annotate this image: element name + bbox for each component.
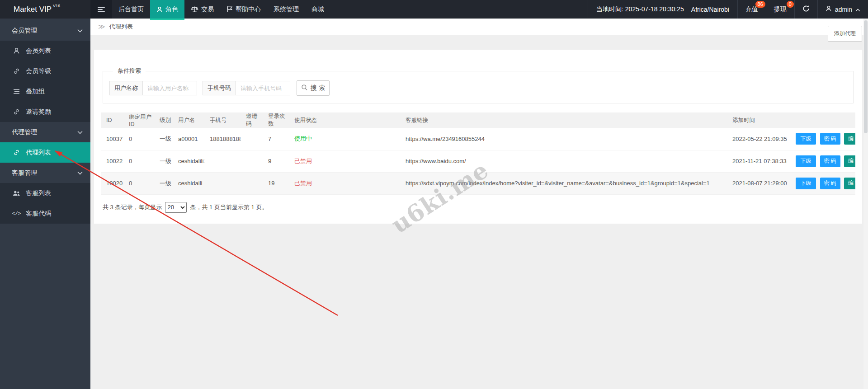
table-header-row: ID 绑定用户ID 级别 用户名 手机号 邀请码 登录次数 使用状态 客服链接 …	[101, 112, 855, 128]
page-title: 代理列表	[109, 23, 133, 31]
nav-item-dashboard[interactable]: 后台首页	[112, 0, 150, 19]
navbar-right: 当地时间: 2025-07-18 20:30:25 Africa/Nairobi…	[588, 0, 868, 19]
col-id: ID	[101, 112, 123, 128]
cell-level: 一级	[154, 128, 173, 150]
pagination: 共 3 条记录，每页显示 20 条，共 1 页当前显示第 1 页。	[103, 202, 854, 213]
sidebar-item-service-list[interactable]: 客服列表	[0, 183, 90, 203]
table-row: 10020 0 一级 ceshidaili 19 已禁用 https://sdx…	[101, 172, 855, 194]
agent-list-card: 条件搜索 用户名称 手机号码 搜 索	[94, 50, 862, 224]
sidebar-item-member-list[interactable]: 会员列表	[0, 41, 90, 61]
col-service-link: 客服链接	[400, 112, 727, 128]
col-login-count: 登录次数	[263, 112, 289, 128]
cell-level: 一级	[154, 150, 173, 172]
cell-id: 10022	[101, 150, 123, 172]
code-icon: </>	[12, 211, 21, 216]
cell-phone	[204, 150, 241, 172]
sidebar-group-agent-management[interactable]: 代理管理	[0, 122, 90, 142]
cell-bind-user-id: 0	[123, 150, 154, 172]
person-icon	[156, 6, 163, 13]
withdraw-button[interactable]: 提现 0	[766, 0, 794, 19]
cell-bind-user-id: 0	[123, 128, 154, 150]
password-button[interactable]: 密 码	[820, 178, 840, 189]
username-input[interactable]	[143, 81, 197, 95]
refresh-button[interactable]	[794, 0, 817, 19]
person-icon	[12, 47, 21, 54]
cell-level: 一级	[154, 172, 173, 194]
local-time: 当地时间: 2025-07-18 20:30:25 Africa/Nairobi	[588, 0, 737, 19]
cell-status: 使用中	[289, 128, 400, 150]
username-field-group: 用户名称	[109, 81, 197, 95]
cell-login-count: 7	[263, 128, 289, 150]
col-actions	[790, 112, 855, 128]
breadcrumb: ≫ 代理列表	[90, 19, 868, 35]
app-logo: Market VIP V16	[0, 0, 90, 19]
cell-username: ceshidalili2	[173, 150, 204, 172]
cell-actions: 下级 密 码 编 辑	[790, 172, 855, 194]
search-fieldset: 条件搜索 用户名称 手机号码 搜 索	[103, 67, 854, 103]
cell-bind-user-id: 0	[123, 172, 154, 194]
link-icon	[12, 149, 21, 156]
sidebar-item-agent-list[interactable]: 代理列表	[0, 142, 90, 163]
scrollbar[interactable]	[863, 19, 868, 389]
edit-button[interactable]: 编 辑	[844, 178, 855, 189]
sidebar-group-service-management[interactable]: 客服管理	[0, 163, 90, 183]
sub-agents-button[interactable]: 下级	[796, 133, 816, 145]
scales-icon	[191, 6, 198, 13]
chevron-down-icon	[77, 171, 83, 175]
list-icon	[12, 89, 21, 94]
add-agent-button[interactable]: 添加代理	[828, 26, 862, 42]
cell-status: 已禁用	[289, 150, 400, 172]
cell-actions: 下级 密 码 编 辑	[790, 150, 855, 172]
cell-username: a00001	[173, 128, 204, 150]
hamburger-icon	[98, 6, 105, 13]
cell-invite-code	[241, 128, 263, 150]
password-button[interactable]: 密 码	[820, 133, 840, 145]
sidebar-item-stack-group[interactable]: 叠加组	[0, 81, 90, 102]
status-badge: 已禁用	[294, 158, 312, 164]
recharge-badge: 86	[755, 1, 765, 8]
cell-service-link: https://sdxt.vipoym.com/index/index/home…	[400, 172, 727, 194]
sidebar-item-invite-reward[interactable]: 邀请奖励	[0, 102, 90, 122]
recharge-button[interactable]: 充值 86	[737, 0, 766, 19]
sub-agents-button[interactable]: 下级	[796, 155, 816, 167]
pagination-suffix: 条，共 1 页当前显示第 1 页。	[190, 203, 268, 211]
password-button[interactable]: 密 码	[820, 155, 840, 167]
cell-login-count: 9	[263, 150, 289, 172]
edit-button[interactable]: 编 辑	[844, 155, 855, 167]
link-icon	[12, 108, 21, 115]
page-size-select[interactable]: 20	[165, 202, 187, 213]
nav-item-system[interactable]: 系统管理	[267, 0, 305, 19]
phone-field-label: 手机号码	[203, 81, 236, 95]
cell-added-time: 2021-11-21 07:38:33	[727, 150, 790, 172]
nav-item-trade[interactable]: 交易	[184, 0, 220, 19]
col-phone: 手机号	[204, 112, 241, 128]
username-label: admin	[835, 6, 852, 13]
sidebar-group-member-management[interactable]: 会员管理	[0, 20, 90, 41]
cell-service-link: https://www.baidu.com/	[400, 150, 727, 172]
scrollbar-thumb[interactable]	[864, 20, 868, 133]
user-icon	[826, 5, 832, 13]
search-icon	[301, 84, 308, 92]
sidebar-item-member-level[interactable]: 会员等级	[0, 61, 90, 81]
cell-added-time: 2022-05-22 21:09:35	[727, 128, 790, 150]
logo-version: V16	[53, 4, 60, 8]
cell-login-count: 19	[263, 172, 289, 194]
user-menu[interactable]: admin	[817, 0, 868, 19]
sub-agents-button[interactable]: 下级	[796, 178, 816, 189]
local-time-text: 当地时间: 2025-07-18 20:30:25	[596, 5, 684, 14]
phone-input[interactable]	[236, 81, 290, 95]
double-chevron-icon: ≫	[98, 23, 105, 31]
edit-button[interactable]: 编 辑	[844, 133, 855, 145]
search-button[interactable]: 搜 索	[297, 80, 330, 96]
nav-item-mall[interactable]: 商城	[305, 0, 330, 19]
cell-added-time: 2021-08-07 21:29:00	[727, 172, 790, 194]
pagination-prefix: 共 3 条记录，每页显示	[103, 203, 162, 211]
timezone-label: Africa/Nairobi	[691, 6, 729, 13]
status-badge: 已禁用	[294, 180, 312, 187]
nav-item-roles[interactable]: 角色	[150, 0, 184, 19]
search-legend: 条件搜索	[113, 67, 146, 75]
sidebar-toggle-button[interactable]	[90, 0, 112, 19]
sidebar-item-service-code[interactable]: </> 客服代码	[0, 203, 90, 224]
nav-item-help-center[interactable]: 帮助中心	[220, 0, 267, 19]
chevron-down-icon	[77, 131, 83, 134]
